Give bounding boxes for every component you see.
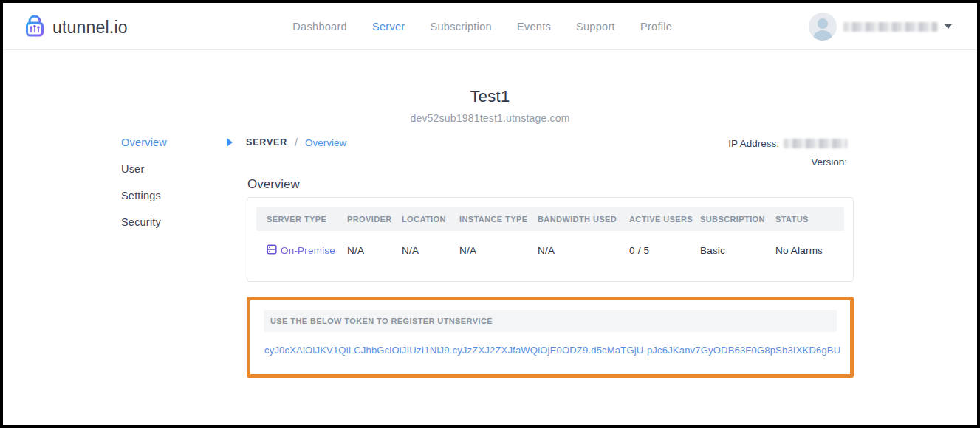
nav-item-dashboard[interactable]: Dashboard: [292, 21, 347, 32]
sidebar-item-settings[interactable]: Settings: [121, 190, 167, 201]
col-active-users: ACTIVE USERS: [629, 215, 700, 224]
cell-provider: N/A: [347, 245, 402, 256]
version-label: Version:: [811, 156, 847, 168]
token-instruction: USE THE BELOW TOKEN TO REGISTER UTNSERVI…: [270, 317, 493, 325]
table-row: On-Premise N/A N/A N/A N/A 0 / 5 Basic N…: [256, 231, 844, 269]
person-icon: [818, 18, 828, 29]
sidebar-item-security[interactable]: Security: [121, 216, 167, 228]
cell-server-type[interactable]: On-Premise: [267, 244, 347, 257]
cell-status: No Alarms: [775, 245, 844, 256]
table-header-row: SERVER TYPE PROVIDER LOCATION INSTANCE T…: [256, 207, 844, 231]
username-redacted: [843, 22, 938, 32]
cell-instance-type: N/A: [459, 245, 538, 256]
app-window: utunnel.io Dashboard Server Subscription…: [0, 0, 980, 428]
server-name-title: Test1: [3, 87, 977, 106]
nav-item-profile[interactable]: Profile: [640, 21, 672, 32]
brand-logo[interactable]: utunnel.io: [22, 13, 128, 41]
cell-location: N/A: [402, 245, 459, 256]
user-menu[interactable]: [809, 13, 952, 41]
ip-address-label: IP Address:: [728, 138, 779, 149]
brand-name: utunnel.io: [52, 18, 128, 38]
cell-server-type-label: On-Premise: [281, 245, 335, 256]
breadcrumb: SERVER / Overview: [227, 137, 346, 148]
token-card-header: USE THE BELOW TOKEN TO REGISTER UTNSERVI…: [264, 310, 837, 332]
sidebar-item-overview[interactable]: Overview: [121, 137, 167, 148]
col-location: LOCATION: [402, 215, 459, 224]
avatar: [809, 13, 837, 41]
server-icon: [267, 244, 277, 257]
lock-circuit-logo-icon: [22, 13, 47, 41]
cell-active-users: 0 / 5: [629, 245, 700, 256]
col-status: STATUS: [775, 215, 844, 224]
cell-bandwidth-used: N/A: [538, 245, 629, 256]
col-instance-type: INSTANCE TYPE: [459, 215, 538, 224]
sidebar-item-user[interactable]: User: [121, 163, 167, 175]
col-server-type: SERVER TYPE: [267, 215, 347, 224]
main-nav: Dashboard Server Subscription Events Sup…: [292, 3, 672, 50]
breadcrumb-section: SERVER: [246, 137, 287, 148]
nav-item-support[interactable]: Support: [576, 21, 615, 32]
nav-item-events[interactable]: Events: [517, 21, 551, 32]
caret-down-icon: [945, 24, 952, 29]
nav-item-subscription[interactable]: Subscription: [430, 21, 491, 32]
server-sidebar: Overview User Settings Security: [121, 137, 167, 228]
server-meta: IP Address: Version:: [728, 137, 847, 168]
col-provider: PROVIDER: [347, 215, 402, 224]
col-subscription: SUBSCRIPTION: [700, 215, 775, 224]
registration-token[interactable]: cyJ0cXAiOiJKV1QiLCJhbGciOiJIUzI1NiJ9.cyJ…: [264, 345, 837, 356]
nav-item-server[interactable]: Server: [372, 21, 405, 32]
cell-subscription: Basic: [700, 245, 775, 256]
col-bandwidth-used: BANDWIDTH USED: [538, 215, 629, 224]
server-overview-card: SERVER TYPE PROVIDER LOCATION INSTANCE T…: [247, 197, 854, 282]
triangle-right-icon: [227, 138, 233, 147]
ip-address-redacted: [784, 139, 847, 148]
top-navbar: utunnel.io Dashboard Server Subscription…: [3, 3, 977, 50]
server-subdomain: dev52sub1981test1.utnstage.com: [3, 112, 977, 124]
register-token-card: USE THE BELOW TOKEN TO REGISTER UTNSERVI…: [247, 297, 854, 378]
breadcrumb-separator: /: [295, 137, 298, 148]
overview-heading: Overview: [247, 177, 300, 192]
breadcrumb-current[interactable]: Overview: [305, 137, 346, 148]
